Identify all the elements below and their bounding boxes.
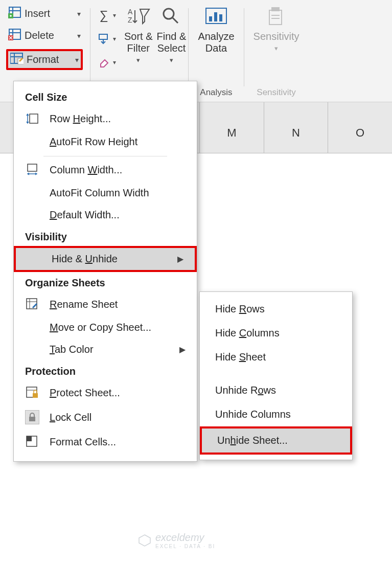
submenu-hide-rows[interactable]: Hide Rows [200, 297, 352, 321]
sensitivity-icon [266, 6, 287, 29]
menu-header-visibility: Visibility [14, 226, 197, 246]
chevron-down-icon: ▾ [274, 44, 278, 52]
submenu-arrow-icon: ▶ [179, 345, 186, 354]
autosum-button[interactable]: ∑ ▾ [97, 8, 116, 22]
watermark: exceldemy EXCEL · DATA · BI [138, 532, 215, 549]
menu-item-rename-sheet[interactable]: Rename Sheet [14, 292, 197, 317]
submenu-label: Hide Rows [215, 303, 265, 314]
submenu-arrow-icon: ▶ [177, 254, 183, 264]
submenu-hide-sheet[interactable]: Hide Sheet [200, 345, 352, 369]
svg-rect-32 [29, 417, 35, 421]
svg-rect-20 [269, 10, 282, 25]
menu-label: Protect Sheet... [50, 387, 120, 399]
watermark-icon [138, 534, 151, 547]
menu-header-organize: Organize Sheets [14, 272, 197, 292]
fill-button[interactable]: ▾ [97, 32, 116, 46]
insert-icon [8, 6, 21, 21]
menu-divider [43, 156, 167, 156]
menu-item-hide-unhide[interactable]: Hide & Unhide ▶ [14, 246, 197, 272]
protect-sheet-icon [25, 386, 39, 400]
sensitivity-label: Sensitivity [253, 31, 299, 42]
menu-item-row-height[interactable]: Row Height... [14, 106, 197, 131]
svg-rect-24 [30, 114, 38, 123]
watermark-sub: EXCEL · DATA · BI [155, 544, 215, 549]
menu-label: Format Cells... [50, 436, 116, 448]
menu-label: AutoFit Row Height [50, 136, 137, 148]
analyze-data-label: Analyze Data [198, 31, 234, 54]
menu-label: Hide & Unhide [52, 253, 118, 265]
svg-rect-21 [271, 7, 280, 11]
svg-rect-19 [219, 14, 222, 21]
menu-item-format-cells[interactable]: Format Cells... [14, 430, 197, 454]
menu-label: Tab Color [50, 344, 94, 355]
format-cells-icon [25, 435, 39, 449]
delete-button[interactable]: Delete ▾ [6, 27, 83, 44]
find-select-label: Find & Select [157, 31, 187, 54]
menu-item-protect-sheet[interactable]: Protect Sheet... [14, 380, 197, 405]
format-label: Format [27, 54, 59, 65]
menu-header-protection: Protection [14, 360, 197, 380]
format-button[interactable]: Format ▾ [6, 49, 83, 70]
chevron-down-icon: ▾ [113, 12, 116, 19]
submenu-unhide-rows[interactable]: Unhide Rows [200, 378, 352, 402]
analyze-data-button[interactable]: Analyze Data [196, 3, 236, 54]
submenu-label: Hide Columns [215, 327, 280, 338]
svg-rect-31 [33, 393, 38, 398]
menu-label: Move or Copy Sheet... [50, 322, 151, 333]
submenu-unhide-columns[interactable]: Unhide Columns [200, 402, 352, 426]
submenu-hide-columns[interactable]: Hide Columns [200, 321, 352, 345]
submenu-label: Unhide Rows [215, 385, 276, 396]
svg-rect-18 [214, 12, 217, 21]
svg-text:A: A [128, 8, 133, 16]
menu-item-autofit-column[interactable]: AutoFit Column Width [14, 182, 197, 204]
submenu-label: Unhide Columns [215, 409, 291, 420]
menu-item-column-width[interactable]: Column Width... [14, 157, 197, 182]
row-height-icon [25, 111, 39, 126]
chevron-down-icon: ▾ [136, 56, 140, 64]
chevron-down-icon: ▾ [75, 56, 79, 64]
menu-item-default-width[interactable]: Default Width... [14, 204, 197, 226]
chevron-down-icon: ▾ [170, 56, 173, 64]
menu-label: Lock Cell [50, 412, 91, 423]
menu-label: Row Height... [50, 113, 111, 125]
svg-rect-25 [28, 164, 37, 171]
lock-icon [25, 410, 39, 424]
column-header-n[interactable]: N [264, 102, 328, 153]
eraser-icon [97, 55, 111, 70]
format-menu: Cell Size Row Height... AutoFit Row Heig… [13, 81, 197, 462]
chevron-down-icon: ▾ [77, 32, 81, 40]
group-label-sensitivity: Sensitivity [244, 87, 309, 98]
chevron-down-icon: ▾ [113, 35, 116, 42]
delete-icon [8, 28, 21, 43]
fill-down-icon [97, 32, 111, 46]
insert-button[interactable]: Insert ▾ [6, 5, 83, 22]
svg-rect-26 [27, 299, 37, 309]
sort-filter-icon: AZ [127, 6, 150, 29]
menu-item-move-copy-sheet[interactable]: Move or Copy Sheet... [14, 317, 197, 338]
menu-item-lock-cell[interactable]: Lock Cell [14, 405, 197, 430]
column-header-o[interactable]: O [328, 102, 392, 153]
menu-label: Default Width... [50, 209, 120, 221]
sigma-icon: ∑ [97, 8, 111, 22]
rename-icon [25, 297, 39, 311]
submenu-label: Hide Sheet [215, 351, 266, 363]
chevron-down-icon: ▾ [77, 10, 81, 18]
sort-filter-label: Sort & Filter [124, 31, 153, 54]
format-icon [10, 52, 24, 67]
svg-point-15 [164, 9, 174, 19]
sensitivity-button[interactable]: Sensitivity ▾ [251, 3, 302, 52]
insert-label: Insert [25, 8, 50, 19]
menu-item-autofit-row[interactable]: AutoFit Row Height [14, 131, 197, 153]
svg-rect-12 [99, 34, 107, 39]
chevron-down-icon: ▾ [113, 59, 116, 66]
analyze-icon [205, 6, 227, 29]
clear-button[interactable]: ▾ [97, 55, 116, 70]
column-header-m[interactable]: M [199, 102, 264, 153]
column-width-icon [25, 163, 39, 177]
menu-header-cell-size: Cell Size [14, 86, 197, 106]
submenu-unhide-sheet[interactable]: Unhide Sheet... [200, 426, 352, 455]
svg-marker-35 [139, 535, 150, 546]
menu-item-tab-color[interactable]: Tab Color ▶ [14, 338, 197, 360]
submenu-label: Unhide Sheet... [217, 435, 288, 446]
svg-rect-17 [209, 16, 212, 21]
